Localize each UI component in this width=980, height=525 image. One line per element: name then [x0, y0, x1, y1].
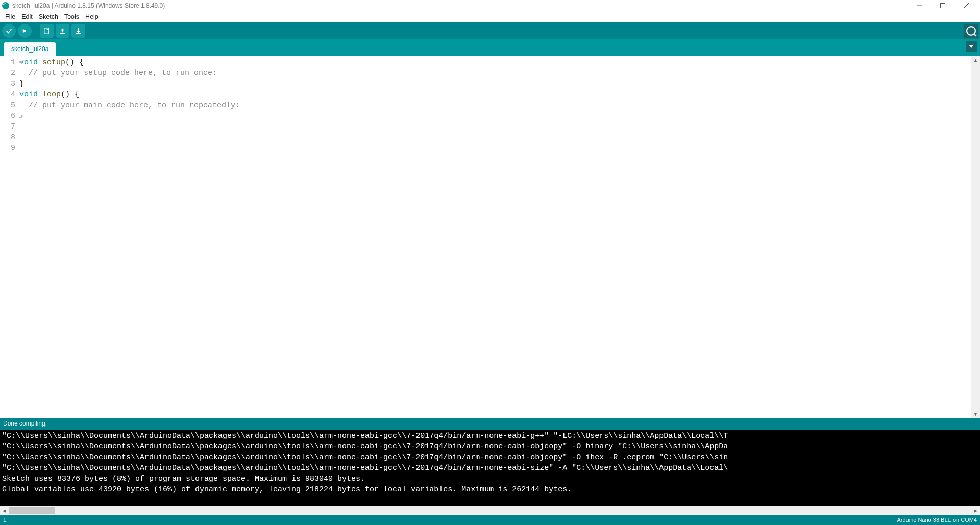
- svg-marker-7: [61, 28, 65, 30]
- svg-rect-8: [60, 33, 65, 34]
- console-output[interactable]: "C:\\Users\\sinha\\Documents\\ArduinoDat…: [0, 430, 980, 506]
- compile-status-bar: Done compiling.: [0, 418, 980, 430]
- new-button[interactable]: [40, 24, 54, 38]
- svg-rect-1: [941, 4, 945, 8]
- editor-gutter: 123456789: [0, 56, 17, 418]
- menu-edit[interactable]: Edit: [18, 12, 36, 21]
- compile-status-text: Done compiling.: [3, 420, 47, 427]
- menu-help[interactable]: Help: [82, 12, 102, 21]
- scroll-up-icon[interactable]: ▲: [971, 56, 980, 64]
- cursor-line-indicator: 1: [3, 517, 6, 523]
- svg-marker-14: [969, 45, 973, 48]
- editor-code[interactable]: void setup() { // put your setup code he…: [17, 56, 971, 418]
- tab-bar: sketch_jul20a: [0, 39, 980, 56]
- scroll-thumb[interactable]: [9, 507, 55, 514]
- window-title: sketch_jul20a | Arduino 1.8.15 (Windows …: [12, 2, 165, 9]
- board-port-indicator: Arduino Nano 33 BLE on COM4: [897, 517, 977, 523]
- maximize-button[interactable]: [931, 0, 954, 11]
- menubar: File Edit Sketch Tools Help: [0, 11, 980, 22]
- scroll-track[interactable]: [9, 506, 971, 515]
- toolbar: [0, 22, 980, 39]
- menu-file[interactable]: File: [2, 12, 18, 21]
- svg-marker-10: [77, 31, 81, 33]
- serial-monitor-button[interactable]: [964, 24, 978, 38]
- close-button[interactable]: [954, 0, 978, 11]
- scroll-down-icon[interactable]: ▼: [971, 410, 980, 418]
- scroll-right-icon[interactable]: ▶: [971, 506, 980, 515]
- svg-rect-11: [76, 33, 81, 34]
- console-horizontal-scrollbar[interactable]: ◀ ▶: [0, 506, 980, 515]
- bottom-status-bar: 1 Arduino Nano 33 BLE on COM4: [0, 515, 980, 525]
- menu-tools[interactable]: Tools: [61, 12, 82, 21]
- editor[interactable]: 123456789 void setup() { // put your set…: [0, 56, 980, 418]
- svg-rect-5: [44, 28, 48, 33]
- editor-vertical-scrollbar[interactable]: ▲ ▼: [971, 56, 980, 418]
- upload-button[interactable]: [18, 24, 32, 38]
- scroll-left-icon[interactable]: ◀: [0, 506, 9, 515]
- minimize-button[interactable]: [908, 0, 931, 11]
- open-button[interactable]: [56, 24, 69, 38]
- window-titlebar: sketch_jul20a | Arduino 1.8.15 (Windows …: [0, 0, 980, 11]
- svg-line-13: [974, 33, 976, 36]
- tab-menu-button[interactable]: [966, 41, 977, 52]
- menu-sketch[interactable]: Sketch: [36, 12, 61, 21]
- save-button[interactable]: [71, 24, 85, 38]
- verify-button[interactable]: [2, 24, 16, 38]
- svg-marker-4: [23, 29, 27, 33]
- tab-sketch[interactable]: sketch_jul20a: [4, 42, 56, 56]
- arduino-app-icon: [2, 2, 9, 9]
